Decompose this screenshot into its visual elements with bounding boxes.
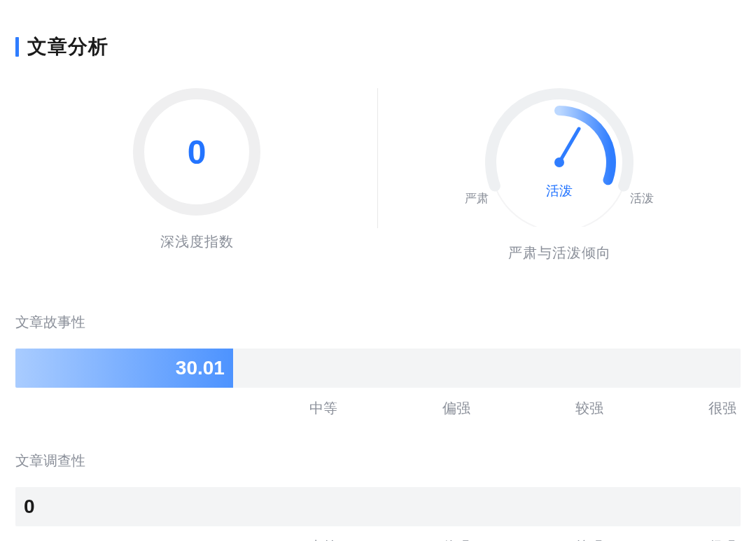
storytelling-fill: 30.01 xyxy=(15,349,233,388)
tendency-cell: 严肃 活泼 活泼 严肃与活泼倾向 xyxy=(378,88,741,262)
top-metrics-row: 0 深浅度指数 xyxy=(15,88,741,262)
investigative-track: 0 xyxy=(15,487,741,526)
tendency-gauge: 严肃 活泼 活泼 xyxy=(475,88,643,227)
tick-label: 很强 xyxy=(708,399,736,418)
depth-index-label: 深浅度指数 xyxy=(160,232,234,251)
tendency-right-label: 活泼 xyxy=(630,190,654,206)
tendency-gauge-svg xyxy=(485,88,634,227)
section-title-text: 文章分析 xyxy=(27,34,108,60)
tick-label: 偏强 xyxy=(442,538,470,541)
storytelling-value: 30.01 xyxy=(176,357,225,379)
section-heading: 文章分析 xyxy=(15,34,741,60)
storytelling-label: 文章故事性 xyxy=(15,313,741,332)
depth-index-cell: 0 深浅度指数 xyxy=(15,88,378,262)
heading-accent-bar xyxy=(15,37,19,57)
svg-line-2 xyxy=(559,129,579,162)
tendency-metric-label: 严肃与活泼倾向 xyxy=(508,244,611,262)
tick-label: 偏强 xyxy=(442,399,470,418)
tick-label: 很强 xyxy=(708,538,736,541)
tick-label: 较强 xyxy=(575,399,603,418)
investigative-value: 0 xyxy=(24,496,35,518)
depth-index-value: 0 xyxy=(188,133,206,171)
tendency-value-label: 活泼 xyxy=(546,182,573,200)
storytelling-ticks: 中等 偏强 较强 很强 xyxy=(15,399,741,418)
depth-index-gauge: 0 xyxy=(133,88,260,216)
storytelling-block: 文章故事性 30.01 中等 偏强 较强 很强 xyxy=(15,313,741,418)
investigative-ticks: 中等 偏强 较强 很强 xyxy=(15,538,741,541)
storytelling-track: 30.01 xyxy=(15,349,741,388)
tendency-left-label: 严肃 xyxy=(465,190,489,206)
investigative-block: 文章调查性 0 中等 偏强 较强 很强 xyxy=(15,451,741,541)
tick-label: 中等 xyxy=(309,538,337,541)
tick-label: 中等 xyxy=(309,399,337,418)
tick-label: 较强 xyxy=(575,538,603,541)
investigative-label: 文章调查性 xyxy=(15,451,741,470)
